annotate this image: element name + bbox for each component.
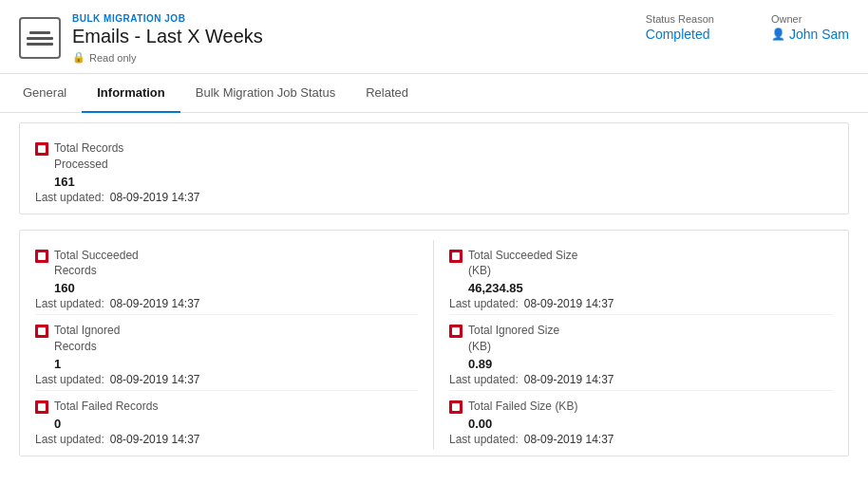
ignored-size-updated: Last updated: 08-09-2019 14:37 (449, 373, 833, 386)
ignored-records-updated: Last updated: 08-09-2019 14:37 (35, 373, 418, 386)
succeeded-size-value: 46,234.85 (468, 281, 833, 295)
two-col-layout: Total SucceededRecords 160 Last updated:… (35, 240, 833, 450)
field-total-failed-size: Total Failed Size (KB) 0.00 Last updated… (449, 391, 833, 450)
field-header-ignored-size: Total Ignored Size(KB) (449, 323, 833, 355)
field-header-succeeded-size: Total Succeeded Size(KB) (449, 248, 833, 280)
record-icon-ignored (35, 325, 48, 338)
total-records-value: 161 (54, 175, 833, 189)
tab-information[interactable]: Information (82, 74, 180, 113)
status-block: Status Reason Completed (646, 13, 714, 42)
field-total-succeeded-size: Total Succeeded Size(KB) 46,234.85 Last … (449, 240, 833, 316)
read-only-label: Read only (89, 52, 137, 64)
owner-value: 👤 John Sam (771, 27, 849, 42)
total-records-updated-value: 08-09-2019 14:37 (110, 191, 200, 204)
owner-block: Owner 👤 John Sam (771, 13, 849, 42)
header-right: Status Reason Completed Owner 👤 John Sam (646, 13, 849, 42)
field-total-failed-records: Total Failed Records 0 Last updated: 08-… (35, 391, 418, 450)
person-icon: 👤 (771, 28, 785, 41)
status-label: Status Reason (646, 13, 714, 25)
entity-title: Emails - Last X Weeks (72, 26, 263, 47)
record-icon-failed-size (449, 400, 462, 414)
owner-label: Owner (771, 13, 849, 25)
tab-bar: General Information Bulk Migration Job S… (0, 74, 868, 113)
succeeded-records-value: 160 (54, 281, 418, 295)
ignored-records-label: Total IgnoredRecords (54, 323, 120, 355)
entity-icon (19, 17, 61, 59)
total-records-label: Total RecordsProcessed (54, 140, 123, 173)
field-total-ignored-records: Total IgnoredRecords 1 Last updated: 08-… (35, 315, 418, 391)
record-icon-ignored-size (449, 325, 462, 338)
col-left: Total SucceededRecords 160 Last updated:… (35, 240, 434, 450)
failed-records-value: 0 (54, 417, 418, 431)
read-only-badge: 🔒 Read only (72, 51, 263, 64)
entity-type: BULK MIGRATION JOB (72, 13, 263, 24)
status-value: Completed (646, 27, 714, 42)
ignored-size-label: Total Ignored Size(KB) (468, 323, 559, 355)
section-details: Total SucceededRecords 160 Last updated:… (19, 230, 849, 456)
record-icon-succeeded-size (449, 250, 462, 263)
succeeded-records-label: Total SucceededRecords (54, 248, 139, 280)
field-header-total-records: Total RecordsProcessed (35, 140, 833, 173)
tab-related[interactable]: Related (350, 74, 424, 113)
tab-general[interactable]: General (19, 74, 82, 113)
field-total-succeeded-records: Total SucceededRecords 160 Last updated:… (35, 240, 418, 316)
field-header-ignored-records: Total IgnoredRecords (35, 323, 418, 355)
field-header-succeeded-records: Total SucceededRecords (35, 248, 418, 280)
total-records-updated-label: Last updated: (35, 191, 104, 204)
ignored-records-value: 1 (54, 357, 418, 371)
field-header-failed-size: Total Failed Size (KB) (449, 399, 833, 415)
record-icon (35, 142, 48, 156)
succeeded-records-updated: Last updated: 08-09-2019 14:37 (35, 297, 418, 310)
failed-records-label: Total Failed Records (54, 399, 158, 415)
section-total-records: Total RecordsProcessed 161 Last updated:… (19, 122, 849, 214)
field-header-failed-records: Total Failed Records (35, 399, 418, 415)
failed-size-label: Total Failed Size (KB) (468, 399, 577, 415)
content-area: Total RecordsProcessed 161 Last updated:… (0, 113, 868, 481)
ignored-size-value: 0.89 (468, 357, 833, 371)
succeeded-size-updated: Last updated: 08-09-2019 14:37 (449, 297, 833, 310)
lock-icon: 🔒 (72, 51, 85, 64)
record-icon-succeeded (35, 250, 48, 263)
failed-size-value: 0.00 (468, 417, 833, 431)
field-total-records-processed: Total RecordsProcessed 161 Last updated:… (35, 133, 833, 208)
tab-bulk-migration-job-status[interactable]: Bulk Migration Job Status (180, 74, 350, 113)
failed-records-updated: Last updated: 08-09-2019 14:37 (35, 433, 418, 446)
header-left: BULK MIGRATION JOB Emails - Last X Weeks… (19, 13, 263, 64)
header-text: BULK MIGRATION JOB Emails - Last X Weeks… (72, 13, 263, 64)
succeeded-size-label: Total Succeeded Size(KB) (468, 248, 577, 280)
total-records-updated-row: Last updated: 08-09-2019 14:37 (35, 191, 833, 204)
header: BULK MIGRATION JOB Emails - Last X Weeks… (0, 0, 868, 74)
col-right: Total Succeeded Size(KB) 46,234.85 Last … (434, 240, 833, 450)
field-total-ignored-size: Total Ignored Size(KB) 0.89 Last updated… (449, 315, 833, 391)
owner-name: John Sam (789, 27, 849, 42)
record-icon-failed (35, 400, 48, 414)
failed-size-updated: Last updated: 08-09-2019 14:37 (449, 433, 833, 446)
